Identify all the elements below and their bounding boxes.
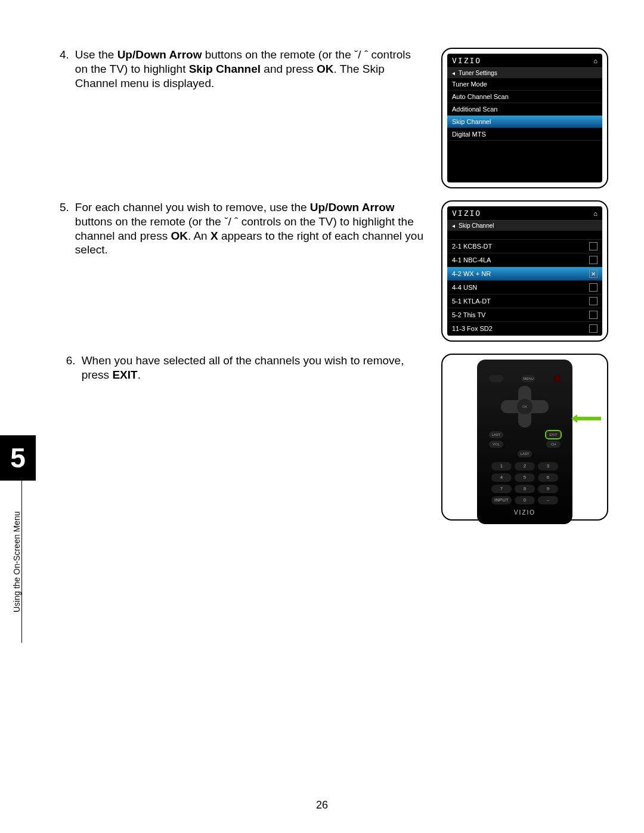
- channel-row: 5-2 This TV: [447, 308, 602, 322]
- back-icon: ◂: [452, 70, 455, 76]
- brand-label: VIZIO: [452, 56, 481, 65]
- figure-tuner-settings: VIZIO ⌂ ◂ Tuner Settings Tuner ModeAuto …: [441, 48, 608, 188]
- remote-key: –: [538, 496, 558, 504]
- menu-item: Skip Channel: [447, 116, 602, 128]
- step-number: 5.: [60, 200, 75, 342]
- remote-btn-ch: CH: [546, 441, 561, 448]
- remote-btn-last2: LAST: [518, 450, 532, 457]
- figure-skip-channel: VIZIO ⌂ ◂ Skip Channel 2-1 KCBS-DT4-1 NB…: [441, 200, 608, 342]
- remote-key: 8: [515, 485, 535, 493]
- exit-arrow-icon: [571, 414, 601, 423]
- chapter-number: 5: [0, 435, 36, 481]
- remote-keypad: 123456789INPUT0–: [491, 462, 558, 504]
- remote-key: 0: [515, 496, 535, 504]
- chapter-label: Using the On-Screen Menu: [12, 481, 22, 643]
- remote-key: 2: [515, 462, 535, 470]
- remote-key: 7: [491, 485, 512, 493]
- tv-screen-2: VIZIO ⌂ ◂ Skip Channel 2-1 KCBS-DT4-1 NB…: [447, 206, 602, 336]
- chapter-tab: 5 Using the On-Screen Menu: [0, 435, 36, 643]
- breadcrumb: ◂ Tuner Settings: [447, 68, 602, 78]
- back-icon: ◂: [452, 222, 455, 229]
- remote-btn-last: LAST: [489, 431, 503, 438]
- remote-dpad: OK: [501, 386, 549, 428]
- step-body: When you have selected all of the channe…: [82, 354, 423, 521]
- remote-key: 6: [538, 473, 558, 482]
- remote-mid-row: LAST EXIT: [489, 431, 561, 438]
- remote-btn-menu: MENU: [521, 375, 535, 382]
- remote-top-row: MENU: [489, 375, 561, 382]
- svg-marker-0: [571, 414, 601, 423]
- channel-row: 5-1 KTLA-DT: [447, 295, 602, 308]
- figure-remote: MENU OK LAST EXIT VOL CH: [441, 354, 608, 521]
- channel-row: 11-3 Fox SD2: [447, 322, 602, 336]
- page-number: 26: [0, 799, 644, 812]
- step-6-row: 6. When you have selected all of the cha…: [60, 354, 608, 521]
- menu-list-2: 2-1 KCBS-DT4-1 NBC-4LA4-2 WX + NR✕4-4 US…: [447, 240, 602, 336]
- step-4-row: 4. Use the Up/Down Arrow buttons on the …: [60, 48, 608, 188]
- remote-btn: [553, 375, 561, 382]
- remote-key: 9: [538, 485, 558, 493]
- remote-key: 3: [538, 462, 558, 470]
- tv-screen-1: VIZIO ⌂ ◂ Tuner Settings Tuner ModeAuto …: [447, 54, 602, 182]
- menu-item: Digital MTS: [447, 128, 602, 141]
- step-5-text: 5. For each channel you wish to remove, …: [60, 200, 423, 342]
- step-4-text: 4. Use the Up/Down Arrow buttons on the …: [60, 48, 423, 188]
- remote-brand: VIZIO: [483, 509, 566, 516]
- remote-key: 1: [491, 462, 512, 470]
- remote-control: MENU OK LAST EXIT VOL CH: [477, 360, 572, 524]
- step-body: For each channel you wish to remove, use…: [75, 200, 423, 342]
- channel-row: 4-4 USN: [447, 281, 602, 295]
- channel-row: 4-1 NBC-4LA: [447, 253, 602, 267]
- remote-key: 4: [491, 473, 512, 482]
- brand-label: VIZIO: [452, 209, 481, 218]
- menu-item: Tuner Mode: [447, 78, 602, 91]
- home-icon: ⌂: [593, 57, 597, 64]
- menu-item: Auto Channel Scan: [447, 91, 602, 103]
- crumb-label: Skip Channel: [459, 222, 494, 229]
- crumb-label: Tuner Settings: [459, 70, 497, 76]
- step-body: Use the Up/Down Arrow buttons on the rem…: [75, 48, 423, 188]
- step-6-text: 6. When you have selected all of the cha…: [60, 354, 423, 521]
- breadcrumb: ◂ Skip Channel: [447, 221, 602, 231]
- menu-list-1: Tuner ModeAuto Channel ScanAdditional Sc…: [447, 78, 602, 141]
- remote-btn-exit: EXIT: [546, 431, 561, 438]
- step-number: 4.: [60, 48, 75, 188]
- remote-key: INPUT: [491, 496, 512, 504]
- step-5-row: 5. For each channel you wish to remove, …: [60, 200, 608, 342]
- channel-row: 2-1 KCBS-DT: [447, 240, 602, 253]
- ok-button: OK: [517, 399, 532, 414]
- remote-btn-vol: VOL: [489, 441, 503, 448]
- home-icon: ⌂: [593, 210, 597, 217]
- manual-page: 4. Use the Up/Down Arrow buttons on the …: [0, 0, 644, 833]
- step-number: 6.: [60, 354, 82, 521]
- remote-key: 5: [515, 473, 535, 482]
- channel-row: 4-2 WX + NR✕: [447, 267, 602, 281]
- remote-btn: [489, 375, 503, 382]
- menu-item: Additional Scan: [447, 103, 602, 116]
